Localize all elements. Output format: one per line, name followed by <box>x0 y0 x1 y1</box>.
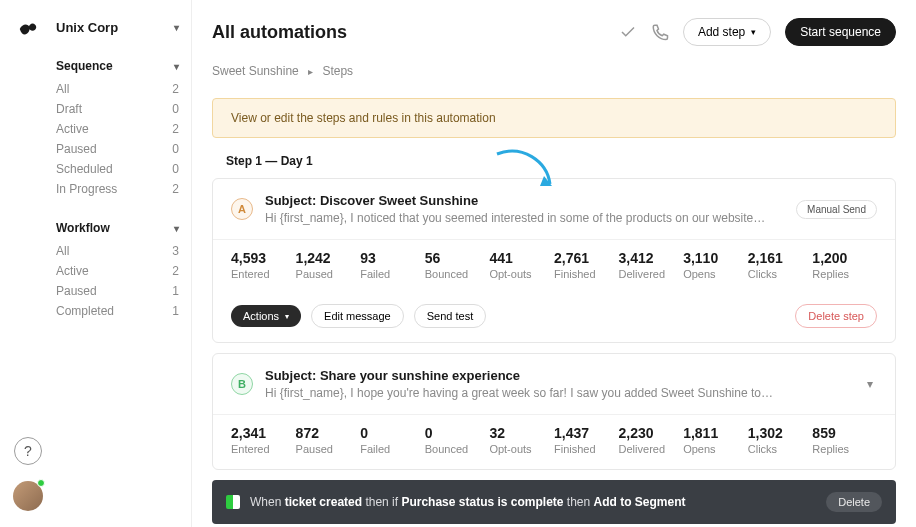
rule-text: When ticket created then if Purchase sta… <box>250 495 686 509</box>
stat-clicks: 1,302Clicks <box>748 425 813 455</box>
chevron-down-icon: ▾ <box>174 22 179 33</box>
presence-dot-icon <box>37 479 45 487</box>
nav-item[interactable]: All3 <box>56 241 191 261</box>
left-rail: ? <box>0 0 56 527</box>
stat-replies: 1,200Replies <box>812 250 877 280</box>
rule-bar[interactable]: When ticket created then if Purchase sta… <box>212 480 896 524</box>
nav-item[interactable]: All2 <box>56 79 191 99</box>
chevron-down-icon: ▾ <box>285 312 289 321</box>
stat-opens: 3,110Opens <box>683 250 748 280</box>
org-selector[interactable]: Unix Corp ▾ <box>56 20 191 35</box>
top-actions: Add step ▾ Start sequence <box>619 18 896 46</box>
stat-finished: 2,761Finished <box>554 250 619 280</box>
arrow-annotation-icon <box>492 146 562 196</box>
sequence-nav-list: All2 Draft0 Active2 Paused0 Scheduled0 I… <box>56 79 191 199</box>
chevron-down-icon[interactable]: ▾ <box>863 377 877 391</box>
send-test-button[interactable]: Send test <box>414 304 486 328</box>
chevron-down-icon: ▾ <box>174 61 179 72</box>
stat-optouts: 441Opt-outs <box>489 250 554 280</box>
user-avatar[interactable] <box>13 481 43 511</box>
workflow-nav-list: All3 Active2 Paused1 Completed1 <box>56 241 191 321</box>
rule-swatch-icon <box>226 495 240 509</box>
nav-item[interactable]: Draft0 <box>56 99 191 119</box>
breadcrumb-item[interactable]: Steps <box>322 64 353 78</box>
delete-step-button[interactable]: Delete step <box>795 304 877 328</box>
variant-card-a: A Subject: Discover Sweet Sunshine Hi {f… <box>212 178 896 343</box>
stat-clicks: 2,161Clicks <box>748 250 813 280</box>
nav-item[interactable]: Scheduled0 <box>56 159 191 179</box>
stat-opens: 1,811Opens <box>683 425 748 455</box>
variant-actions: Actions ▾ Edit message Send test Delete … <box>213 294 895 342</box>
edit-message-button[interactable]: Edit message <box>311 304 404 328</box>
stat-entered: 4,593Entered <box>231 250 296 280</box>
app-logo-icon[interactable] <box>17 18 39 45</box>
stat-failed: 93Failed <box>360 250 425 280</box>
section-header-workflow[interactable]: Workflow ▾ <box>56 221 191 235</box>
section-title: Workflow <box>56 221 110 235</box>
stat-entered: 2,341Entered <box>231 425 296 455</box>
help-icon[interactable]: ? <box>14 437 42 465</box>
check-icon[interactable] <box>619 23 637 41</box>
page-title: All automations <box>212 22 347 43</box>
org-name: Unix Corp <box>56 20 118 35</box>
breadcrumb-item[interactable]: Sweet Sunshine <box>212 64 299 78</box>
variant-subject: Subject: Share your sunshine experience <box>265 368 851 383</box>
add-step-button[interactable]: Add step ▾ <box>683 18 771 46</box>
stat-paused: 872Paused <box>296 425 361 455</box>
nav-item[interactable]: Active2 <box>56 119 191 139</box>
stat-paused: 1,242Paused <box>296 250 361 280</box>
start-sequence-button[interactable]: Start sequence <box>785 18 896 46</box>
stat-replies: 859Replies <box>812 425 877 455</box>
stat-optouts: 32Opt-outs <box>489 425 554 455</box>
section-header-sequence[interactable]: Sequence ▾ <box>56 59 191 73</box>
stat-bounced: 56Bounced <box>425 250 490 280</box>
stat-delivered: 2,230Delivered <box>619 425 684 455</box>
nav-item[interactable]: Active2 <box>56 261 191 281</box>
section-title: Sequence <box>56 59 113 73</box>
sidebar: Unix Corp ▾ Sequence ▾ All2 Draft0 Activ… <box>56 0 192 527</box>
notice-banner: View or edit the steps and rules in this… <box>212 98 896 138</box>
stats-row: 2,341Entered 872Paused 0Failed 0Bounced … <box>213 414 895 469</box>
variant-badge: B <box>231 373 253 395</box>
nav-item[interactable]: Paused0 <box>56 139 191 159</box>
stat-failed: 0Failed <box>360 425 425 455</box>
stats-row: 4,593Entered 1,242Paused 93Failed 56Boun… <box>213 239 895 294</box>
top-bar: All automations Add step ▾ Start sequenc… <box>212 18 896 46</box>
chevron-right-icon: ▸ <box>308 66 313 77</box>
delete-rule-button[interactable]: Delete <box>826 492 882 512</box>
stat-bounced: 0Bounced <box>425 425 490 455</box>
stat-delivered: 3,412Delivered <box>619 250 684 280</box>
chevron-down-icon: ▾ <box>174 223 179 234</box>
nav-item[interactable]: In Progress2 <box>56 179 191 199</box>
nav-item[interactable]: Paused1 <box>56 281 191 301</box>
variant-preview: Hi {first_name}, I noticed that you seem… <box>265 211 784 225</box>
variant-card-b: B Subject: Share your sunshine experienc… <box>212 353 896 470</box>
chevron-down-icon: ▾ <box>751 27 756 37</box>
variant-header[interactable]: B Subject: Share your sunshine experienc… <box>213 354 895 414</box>
phone-icon[interactable] <box>651 23 669 41</box>
breadcrumb: Sweet Sunshine ▸ Steps <box>212 64 896 78</box>
variant-badge: A <box>231 198 253 220</box>
actions-dropdown[interactable]: Actions ▾ <box>231 305 301 327</box>
main-content: All automations Add step ▾ Start sequenc… <box>192 0 916 527</box>
variant-preview: Hi {first_name}, I hope you're having a … <box>265 386 851 400</box>
manual-send-button[interactable]: Manual Send <box>796 200 877 219</box>
nav-item[interactable]: Completed1 <box>56 301 191 321</box>
stat-finished: 1,437Finished <box>554 425 619 455</box>
